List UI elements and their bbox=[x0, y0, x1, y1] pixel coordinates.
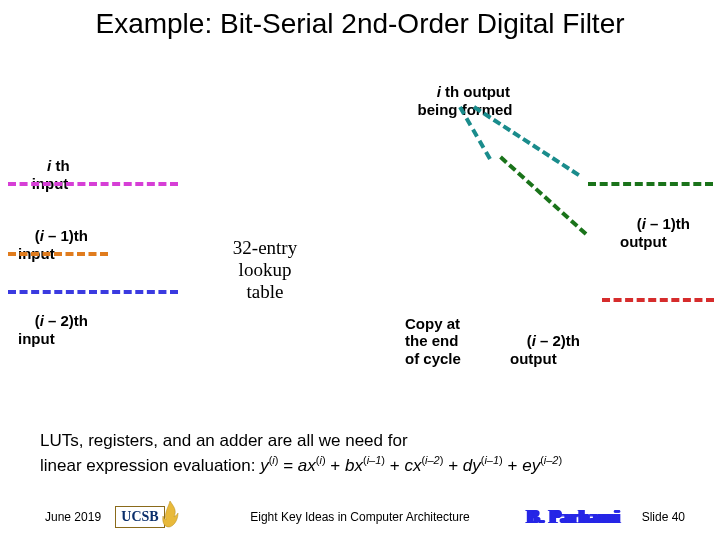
eq-y3: y bbox=[532, 456, 541, 475]
label-im2-output: (i – 2)th output bbox=[510, 315, 595, 384]
eq-sup3: (i–1) bbox=[363, 454, 385, 466]
eq-sup5: (i–1) bbox=[481, 454, 503, 466]
label-ith-input-text: th input bbox=[32, 157, 70, 191]
line-im1-input bbox=[8, 252, 108, 256]
eq-e: e bbox=[522, 456, 531, 475]
label-im1-output-text: – 1)th output bbox=[620, 215, 690, 249]
label-ith-output: i th output being formed bbox=[385, 66, 545, 135]
label-im2-output-text: – 2)th output bbox=[510, 332, 580, 366]
label-ith-input: i th input bbox=[20, 140, 80, 209]
line-im1-output-diag bbox=[499, 156, 587, 236]
line-im2-output bbox=[602, 298, 714, 302]
line-ith-input bbox=[8, 182, 178, 186]
label-im2-input-text: – 2)th input bbox=[18, 312, 88, 346]
eq-plus1: + bbox=[326, 456, 345, 475]
eq-sup4: (i–2) bbox=[421, 454, 443, 466]
eq-sup2: (i) bbox=[316, 454, 326, 466]
summary-line1: LUTs, registers, and an adder are all we… bbox=[40, 431, 408, 450]
eq-c: c bbox=[404, 456, 413, 475]
label-im1-input: (i – 1)th input bbox=[18, 210, 103, 279]
slide-title: Example: Bit-Serial 2nd-Order Digital Fi… bbox=[0, 8, 720, 40]
eq-x1: x bbox=[307, 456, 316, 475]
eq-a: a bbox=[298, 456, 307, 475]
line-im1-output bbox=[588, 182, 713, 186]
eq-sup1: (i) bbox=[269, 454, 279, 466]
eq-x2: x bbox=[354, 456, 363, 475]
lookup-table: 32-entry lookup table bbox=[220, 237, 310, 303]
label-copy: Copy at the end of cycle bbox=[405, 315, 490, 367]
label-im2-input: (i – 2)th input bbox=[18, 295, 103, 364]
eq-y: y bbox=[260, 456, 269, 475]
slide: Example: Bit-Serial 2nd-Order Digital Fi… bbox=[0, 0, 720, 540]
label-im1-output: (i – 1)th output bbox=[620, 198, 705, 267]
summary-line2-prefix: linear expression evaluation: bbox=[40, 456, 260, 475]
eq-plus3: + bbox=[443, 456, 462, 475]
eq-eq: = bbox=[278, 456, 297, 475]
eq-plus2: + bbox=[385, 456, 404, 475]
line-im2-input bbox=[8, 290, 178, 294]
eq-d: d bbox=[463, 456, 472, 475]
eq-sup6: (i–2) bbox=[540, 454, 562, 466]
eq-y2: y bbox=[472, 456, 481, 475]
author-signature: B. Parhami bbox=[527, 507, 620, 528]
slide-number: Slide 40 bbox=[642, 510, 685, 524]
summary-text: LUTs, registers, and an adder are all we… bbox=[40, 430, 680, 478]
eq-plus4: + bbox=[503, 456, 522, 475]
label-im1-input-text: – 1)th input bbox=[18, 227, 88, 261]
